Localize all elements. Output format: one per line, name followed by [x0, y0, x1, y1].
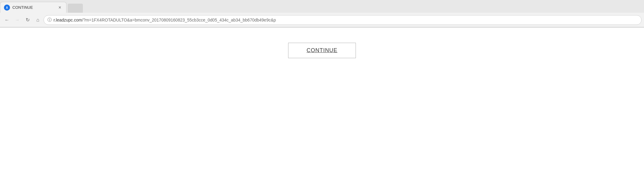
address-domain: r.leadzupc.com	[54, 18, 82, 22]
nav-bar: ← → ↻ ⌂ ⓘ r.leadzupc.com/?m=1FX4ROTADULT…	[0, 13, 644, 27]
home-button[interactable]: ⌂	[33, 15, 42, 25]
page-content: CONTINUE	[0, 28, 644, 183]
forward-button: →	[13, 15, 22, 25]
address-text: r.leadzupc.com/?m=1FX4ROTADULTO&a=bmconv…	[54, 18, 276, 22]
reload-button[interactable]: ↻	[23, 15, 32, 25]
address-path: /?m=1FX4ROTADULTO&a=bmconv_2017080916082…	[82, 18, 276, 22]
continue-button[interactable]: CONTINUE	[288, 43, 356, 58]
active-tab[interactable]: CONTINUE ×	[0, 2, 67, 13]
info-icon: ⓘ	[47, 17, 52, 23]
tab-close-button[interactable]: ×	[57, 5, 63, 10]
download-icon	[5, 6, 9, 9]
new-tab-button[interactable]	[68, 4, 83, 13]
address-bar[interactable]: ⓘ r.leadzupc.com/?m=1FX4ROTADULTO&a=bmco…	[44, 15, 642, 25]
tab-bar: CONTINUE ×	[0, 0, 644, 13]
tab-title: CONTINUE	[12, 5, 55, 10]
back-button[interactable]: ←	[2, 15, 11, 25]
tab-favicon	[4, 5, 10, 11]
browser-chrome: CONTINUE × ← → ↻ ⌂ ⓘ r.leadzupc.com/?m=1…	[0, 0, 644, 28]
